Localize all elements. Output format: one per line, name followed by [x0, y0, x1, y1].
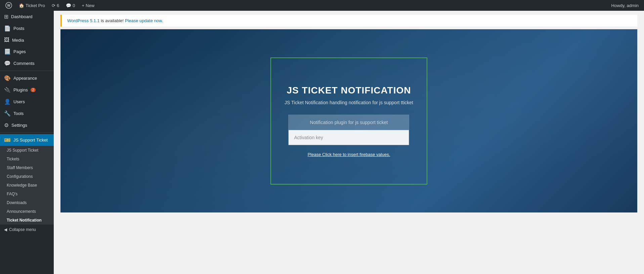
- posts-icon: 📄: [4, 25, 11, 32]
- sidebar-item-label: Comments: [13, 61, 35, 66]
- howdy-text: Howdy, admin: [611, 3, 641, 8]
- form-wrapper: JS TICKET NOTIFICATION JS Ticket Notific…: [270, 57, 427, 185]
- wp-main: ⊞ Dashboard 📄 Posts 🖼 Media 📃 Pages 💬 Co…: [0, 11, 644, 274]
- submenu-item-configurations[interactable]: Configurations: [0, 172, 54, 181]
- collapse-menu-button[interactable]: ◀ Collapse menu: [0, 225, 54, 235]
- submenu-item-staff-members[interactable]: Staff Members: [0, 163, 54, 172]
- new-content-item[interactable]: + New: [79, 0, 97, 11]
- sidebar-item-label: JS Support Ticket: [13, 138, 48, 143]
- hero-subtitle: JS Ticket Notification handling notifica…: [285, 100, 413, 105]
- sidebar-item-js-support-ticket[interactable]: 🎫 JS Support Ticket: [0, 134, 54, 146]
- tools-icon: 🔧: [4, 110, 11, 117]
- hero-title: JS TICKET NOTIFICATION: [287, 85, 411, 96]
- sidebar-item-appearance[interactable]: 🎨 Appearance: [0, 72, 54, 84]
- media-icon: 🖼: [4, 37, 9, 43]
- sidebar-item-label: Media: [12, 38, 24, 43]
- sidebar-item-label: Appearance: [13, 76, 37, 81]
- sidebar-item-comments[interactable]: 💬 Comments: [0, 57, 54, 69]
- sidebar-item-users[interactable]: 👤 Users: [0, 96, 54, 108]
- sidebar-item-label: Tools: [13, 111, 24, 116]
- comments-item[interactable]: 💬 0: [63, 0, 78, 11]
- plugins-badge: 2: [31, 88, 36, 92]
- site-name: Ticket Pro: [26, 3, 45, 8]
- plugins-icon: 🔌: [4, 87, 11, 93]
- pages-icon: 📃: [4, 48, 11, 55]
- appearance-icon: 🎨: [4, 75, 11, 81]
- sidebar-item-settings[interactable]: ⚙ Settings: [0, 119, 54, 131]
- submenu-item-ticket-notification[interactable]: Ticket Notification: [0, 216, 54, 225]
- activation-form-box: Notification plugin for js support ticke…: [288, 115, 409, 145]
- adminbar-left: W 🏠 Ticket Pro ⟳ 6 💬 0 + New: [3, 0, 97, 11]
- admin-bar: W 🏠 Ticket Pro ⟳ 6 💬 0 + New Howdy, admi…: [0, 0, 644, 11]
- sidebar-item-dashboard[interactable]: ⊞ Dashboard: [0, 11, 54, 23]
- js-support-ticket-submenu: JS Support Ticket Tickets Staff Members …: [0, 146, 54, 225]
- sidebar-item-plugins[interactable]: 🔌 Plugins 2: [0, 84, 54, 96]
- plugin-name-display: Notification plugin for js support ticke…: [289, 115, 409, 130]
- settings-icon: ⚙: [4, 122, 9, 128]
- wp-logo-item[interactable]: W: [3, 0, 15, 11]
- update-now-link[interactable]: Please update now: [125, 18, 162, 23]
- wp-content: WordPress 5.1.1 is available! Please upd…: [54, 11, 644, 274]
- comment-icon: 💬: [66, 3, 71, 8]
- menu-separator-1: [0, 71, 54, 71]
- new-label: New: [86, 3, 94, 8]
- sidebar-item-label: Settings: [11, 123, 27, 128]
- notice-period: .: [162, 18, 163, 23]
- submenu-item-downloads[interactable]: Downloads: [0, 198, 54, 207]
- cache-item[interactable]: ⟳ 6: [49, 0, 62, 11]
- sidebar-item-posts[interactable]: 📄 Posts: [0, 23, 54, 34]
- submenu-item-jst-main[interactable]: JS Support Ticket: [0, 146, 54, 155]
- wp-version-link[interactable]: WordPress 5.1.1: [67, 18, 100, 23]
- jst-icon: 🎫: [4, 137, 11, 143]
- wp-logo-icon: W: [5, 2, 12, 9]
- submenu-item-knowledge-base[interactable]: Knowledge Base: [0, 181, 54, 190]
- cache-icon: ⟳: [52, 3, 55, 8]
- comments-icon: 💬: [4, 60, 11, 67]
- sidebar-item-label: Dashboard: [11, 14, 33, 19]
- sidebar-item-label: Pages: [13, 49, 26, 54]
- sidebar-item-media[interactable]: 🖼 Media: [0, 34, 54, 46]
- hero-panel: JS TICKET NOTIFICATION JS Ticket Notific…: [60, 29, 637, 212]
- submenu-item-announcements[interactable]: Announcements: [0, 207, 54, 216]
- update-notice: WordPress 5.1.1 is available! Please upd…: [60, 15, 637, 27]
- sidebar-item-label: Plugins: [13, 87, 28, 92]
- sidebar-item-label: Users: [13, 99, 25, 104]
- users-icon: 👤: [4, 99, 11, 105]
- sidebar-item-label: Posts: [13, 26, 25, 31]
- sidebar-item-pages[interactable]: 📃 Pages: [0, 46, 54, 57]
- house-icon: 🏠: [19, 3, 24, 8]
- collapse-label: Collapse menu: [9, 227, 36, 232]
- menu-separator-2: [0, 132, 54, 133]
- notice-middle-text: is available!: [100, 18, 125, 23]
- hero-content: JS TICKET NOTIFICATION JS Ticket Notific…: [60, 29, 637, 212]
- admin-menu: ⊞ Dashboard 📄 Posts 🖼 Media 📃 Pages 💬 Co…: [0, 11, 54, 274]
- comments-count: 0: [73, 3, 75, 8]
- dashboard-icon: ⊞: [4, 13, 8, 20]
- sidebar-item-tools[interactable]: 🔧 Tools: [0, 108, 54, 119]
- plus-icon: +: [82, 3, 85, 8]
- firebase-link[interactable]: Please Click here to insert firebase val…: [308, 152, 390, 157]
- activation-key-input[interactable]: [289, 130, 409, 145]
- collapse-icon: ◀: [4, 227, 7, 232]
- site-name-item[interactable]: 🏠 Ticket Pro: [16, 0, 48, 11]
- cache-count: 6: [57, 3, 59, 8]
- submenu-item-faqs[interactable]: FAQ's: [0, 190, 54, 198]
- submenu-item-tickets[interactable]: Tickets: [0, 155, 54, 163]
- svg-text:W: W: [7, 4, 10, 7]
